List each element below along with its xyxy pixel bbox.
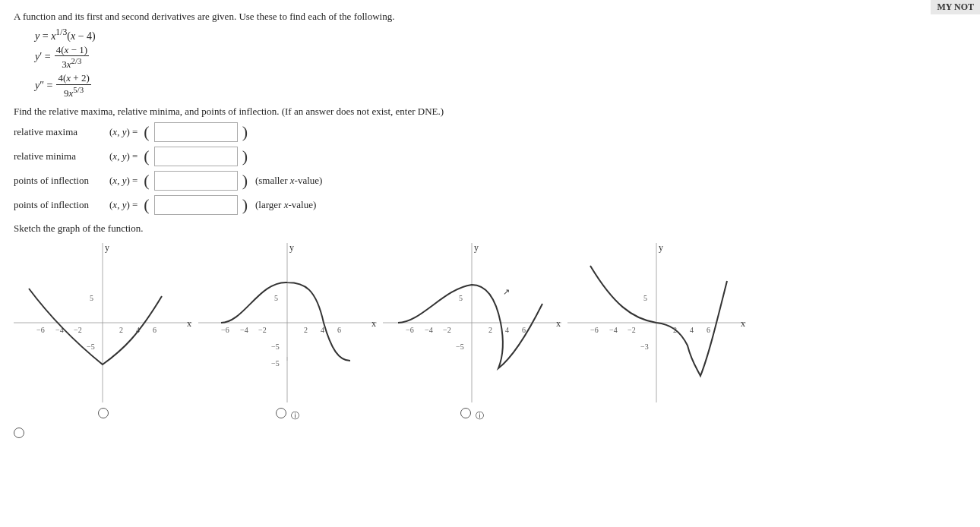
row-relative-minima: relative minima (x, y) = ( )	[14, 147, 966, 166]
svg-text:−5: −5	[271, 342, 280, 351]
svg-text:−4: −4	[425, 326, 433, 334]
svg-text:6: 6	[337, 326, 341, 334]
radio-1[interactable]	[98, 408, 109, 418]
svg-text:x: x	[187, 318, 191, 329]
svg-text:y: y	[659, 242, 663, 253]
input-relative-maxima[interactable]	[154, 122, 238, 142]
sketch-label: Sketch the graph of the function.	[14, 222, 966, 235]
svg-text:x: x	[741, 318, 745, 329]
radio-3[interactable]	[460, 408, 471, 418]
svg-text:−2: −2	[74, 326, 82, 334]
graph-2-svg: y x 5 −5 2 4 6 −2 −4 −6 −5	[198, 239, 377, 406]
eq-inflection-small: (x, y) =	[109, 175, 138, 187]
graph-1-svg: y x 5 −5 2 4 6 −2 −4 −6	[14, 239, 192, 406]
row-relative-maxima: relative maxima (x, y) = ( )	[14, 122, 966, 142]
svg-text:2: 2	[119, 326, 123, 334]
input-inflection-large[interactable]	[154, 195, 238, 215]
radio-3-label: ⓘ	[476, 411, 484, 420]
paren-close-1: )	[242, 124, 248, 140]
svg-text:−2: −2	[443, 326, 451, 334]
paren-open-3: (	[144, 172, 149, 189]
svg-text:−4: −4	[609, 326, 618, 334]
paren-open-4: (	[144, 197, 149, 213]
radio-2-label: ⓘ	[291, 411, 299, 420]
row-inflection-large: points of inflection (x, y) = ( ) (large…	[14, 195, 966, 215]
radio-2-area: ⓘ	[198, 408, 377, 421]
label-inflection-large: points of inflection	[14, 199, 105, 211]
extra-label-small: (smaller x-value)	[255, 175, 322, 187]
svg-text:−2: −2	[258, 326, 267, 334]
page: MY NOT A function and its first and seco…	[0, 0, 980, 527]
row-inflection-small: points of inflection (x, y) = ( ) (small…	[14, 171, 966, 191]
svg-text:4: 4	[505, 326, 509, 334]
graph-3: y x 5 −5 2 4 6 −2 −4 −6 ↗	[383, 239, 561, 406]
svg-text:5: 5	[90, 294, 93, 302]
equation-yprime: y′ = 4(x − 1) 3x2/3	[35, 44, 966, 71]
eq-relative-minima: (x, y) =	[109, 150, 138, 163]
svg-text:−5: −5	[271, 359, 280, 368]
svg-text:−6: −6	[36, 326, 45, 334]
svg-text:y: y	[474, 242, 479, 253]
extra-label-large: (larger x-value)	[255, 199, 316, 211]
svg-text:x: x	[556, 318, 561, 329]
paren-close-2: )	[242, 148, 248, 165]
svg-text:−5: −5	[87, 342, 95, 351]
svg-text:−3: −3	[640, 342, 649, 351]
svg-text:−2: −2	[628, 326, 636, 334]
graph-2: y x 5 −5 2 4 6 −2 −4 −6 −5	[198, 239, 377, 406]
paren-close-3: )	[242, 172, 248, 189]
svg-text:x: x	[371, 318, 376, 329]
graph-4-container: y x 5 −3 2 4 6 −2 −4 −6	[567, 239, 746, 408]
input-inflection-small[interactable]	[154, 171, 238, 191]
svg-text:−5: −5	[456, 342, 464, 351]
equation-y: y = x1/3(x − 4)	[35, 27, 966, 43]
find-text: Find the relative maxima, relative minim…	[14, 106, 966, 118]
svg-text:2: 2	[488, 326, 492, 334]
svg-text:y: y	[105, 242, 109, 253]
svg-text:4: 4	[690, 326, 694, 334]
svg-text:6: 6	[707, 326, 710, 334]
equation-ydprime: y″ = 4(x + 2) 9x5/3	[35, 72, 966, 99]
svg-text:↗: ↗	[503, 287, 510, 296]
graph-3-container: y x 5 −5 2 4 6 −2 −4 −6 ↗ ⓘ	[383, 239, 561, 421]
svg-text:y: y	[289, 242, 294, 253]
svg-text:−4: −4	[240, 326, 248, 334]
svg-text:−6: −6	[221, 326, 229, 334]
eq-inflection-large: (x, y) =	[109, 199, 138, 211]
svg-text:4: 4	[321, 326, 324, 334]
graph-1-container: y x 5 −5 2 4 6 −2 −4 −6	[14, 239, 192, 421]
svg-text:5: 5	[459, 294, 463, 302]
svg-text:6: 6	[522, 326, 526, 334]
graph-3-svg: y x 5 −5 2 4 6 −2 −4 −6 ↗	[383, 239, 561, 406]
label-relative-minima: relative minima	[14, 150, 105, 163]
graph-4: y x 5 −3 2 4 6 −2 −4 −6	[567, 239, 746, 406]
radio-3-area: ⓘ	[383, 408, 561, 421]
svg-text:5: 5	[274, 294, 278, 302]
bottom-radio[interactable]	[14, 428, 24, 438]
svg-text:6: 6	[153, 326, 156, 334]
eq-relative-maxima: (x, y) =	[109, 126, 138, 138]
svg-text:−6: −6	[590, 326, 599, 334]
intro-text: A function and its first and second deri…	[14, 11, 966, 23]
paren-open-2: (	[144, 148, 149, 165]
svg-text:5: 5	[643, 294, 647, 302]
graph-2-container: y x 5 −5 2 4 6 −2 −4 −6 −5	[198, 239, 377, 421]
input-relative-minima[interactable]	[154, 147, 238, 166]
label-relative-maxima: relative maxima	[14, 126, 105, 138]
graph-1: y x 5 −5 2 4 6 −2 −4 −6	[14, 239, 192, 406]
radio-2[interactable]	[276, 408, 286, 418]
top-bar: MY NOT	[931, 0, 980, 14]
svg-text:−6: −6	[406, 326, 414, 334]
graphs-row: y x 5 −5 2 4 6 −2 −4 −6	[14, 239, 966, 421]
graph-4-svg: y x 5 −3 2 4 6 −2 −4 −6	[567, 239, 746, 406]
paren-open-1: (	[144, 124, 149, 140]
label-inflection-small: points of inflection	[14, 175, 105, 187]
svg-text:2: 2	[304, 326, 308, 334]
paren-close-4: )	[242, 197, 248, 213]
radio-1-area	[14, 408, 192, 421]
bottom-radio-area	[14, 428, 966, 441]
